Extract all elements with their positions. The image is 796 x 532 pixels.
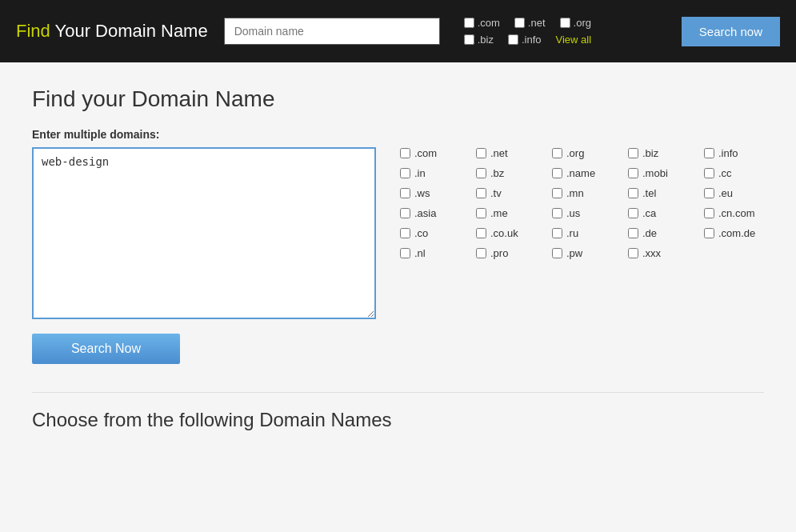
tld-grid: .com.net.org.biz.info.in.bz.name.mobi.cc…	[400, 147, 776, 259]
header-info-label[interactable]: .info	[508, 34, 542, 46]
header-domain-input[interactable]	[224, 18, 440, 45]
header-biz-checkbox[interactable]	[464, 34, 474, 45]
view-all-link[interactable]: View all	[556, 34, 592, 46]
header-title-find: Find	[16, 21, 50, 41]
tld-checkbox-de[interactable]	[628, 228, 638, 238]
tld-label-me[interactable]: .me	[476, 207, 548, 219]
tld-checkbox-ca[interactable]	[628, 208, 638, 218]
form-label: Enter multiple domains:	[32, 128, 764, 141]
tld-label-info[interactable]: .info	[704, 147, 776, 159]
header-checkbox-row-1: .com .net .org	[464, 17, 591, 29]
header-checkbox-row-2: .biz .info View all	[464, 34, 591, 46]
tld-label-cn.com[interactable]: .cn.com	[704, 207, 776, 219]
tld-label-biz[interactable]: .biz	[628, 147, 700, 159]
tld-checkbox-nl[interactable]	[400, 248, 410, 258]
header-net-label[interactable]: .net	[514, 17, 546, 29]
tld-label-in[interactable]: .in	[400, 167, 472, 179]
header-org-label[interactable]: .org	[560, 17, 591, 29]
tld-checkbox-pro[interactable]	[476, 248, 486, 258]
header-com-checkbox[interactable]	[464, 18, 474, 28]
tld-checkbox-mobi[interactable]	[628, 168, 638, 178]
tld-checkbox-tel[interactable]	[628, 188, 638, 198]
tld-checkbox-ws[interactable]	[400, 188, 410, 198]
tld-checkbox-eu[interactable]	[704, 188, 714, 198]
tld-label-com[interactable]: .com	[400, 147, 472, 159]
header-tld-checkboxes: .com .net .org .biz .info View all	[464, 17, 591, 46]
tld-checkbox-net[interactable]	[476, 148, 486, 158]
tld-checkbox-ru[interactable]	[552, 228, 562, 238]
section-title: Choose from the following Domain Names	[32, 392, 764, 431]
header-net-checkbox[interactable]	[514, 18, 525, 28]
domain-textarea[interactable]: web-design	[32, 147, 376, 319]
page-title: Find your Domain Name	[32, 86, 764, 112]
tld-label-pro[interactable]: .pro	[476, 247, 548, 259]
main-content: Find your Domain Name Enter multiple dom…	[0, 62, 796, 532]
tld-checkbox-biz[interactable]	[628, 148, 638, 158]
tld-label-bz[interactable]: .bz	[476, 167, 548, 179]
tld-checkbox-bz[interactable]	[476, 168, 486, 178]
tld-label-cc[interactable]: .cc	[704, 167, 776, 179]
textarea-container: web-design Search Now	[32, 147, 376, 364]
tld-label-xxx[interactable]: .xxx	[628, 247, 700, 259]
tld-label-co.uk[interactable]: .co.uk	[476, 227, 548, 239]
header-org-checkbox[interactable]	[560, 18, 570, 28]
tld-label-tel[interactable]: .tel	[628, 187, 700, 199]
tld-checkbox-pw[interactable]	[552, 248, 562, 258]
tld-checkbox-com.de[interactable]	[704, 228, 714, 238]
header-title-rest: Your Domain Name	[50, 21, 208, 41]
tld-checkbox-com[interactable]	[400, 148, 410, 158]
tld-checkbox-us[interactable]	[552, 208, 562, 218]
tld-checkbox-co.uk[interactable]	[476, 228, 486, 238]
header: Find Your Domain Name .com .net .org .bi…	[0, 0, 796, 62]
tld-checkbox-me[interactable]	[476, 208, 486, 218]
tld-label-tv[interactable]: .tv	[476, 187, 548, 199]
tld-label-org[interactable]: .org	[552, 147, 624, 159]
tld-label-eu[interactable]: .eu	[704, 187, 776, 199]
search-now-button[interactable]: Search Now	[32, 334, 180, 364]
tld-checkbox-name[interactable]	[552, 168, 562, 178]
tld-checkbox-cn.com[interactable]	[704, 208, 714, 218]
tld-checkbox-mn[interactable]	[552, 188, 562, 198]
tld-label-com.de[interactable]: .com.de	[704, 227, 776, 239]
tld-label-nl[interactable]: .nl	[400, 247, 472, 259]
tld-label-ru[interactable]: .ru	[552, 227, 624, 239]
header-title: Find Your Domain Name	[16, 21, 208, 42]
tld-checkbox-cc[interactable]	[704, 168, 714, 178]
header-com-label[interactable]: .com	[464, 17, 500, 29]
tld-checkbox-tv[interactable]	[476, 188, 486, 198]
tld-checkbox-co[interactable]	[400, 228, 410, 238]
tld-label-pw[interactable]: .pw	[552, 247, 624, 259]
tld-label-de[interactable]: .de	[628, 227, 700, 239]
search-form-row: web-design Search Now .com.net.org.biz.i…	[32, 147, 764, 364]
tld-checkbox-org[interactable]	[552, 148, 562, 158]
tld-label-mn[interactable]: .mn	[552, 187, 624, 199]
tld-label-name[interactable]: .name	[552, 167, 624, 179]
tld-checkbox-asia[interactable]	[400, 208, 410, 218]
tld-label-ws[interactable]: .ws	[400, 187, 472, 199]
tld-label-net[interactable]: .net	[476, 147, 548, 159]
tld-checkbox-info[interactable]	[704, 148, 714, 158]
tld-checkbox-in[interactable]	[400, 168, 410, 178]
header-search-button[interactable]: Search now	[682, 17, 780, 46]
tld-label-us[interactable]: .us	[552, 207, 624, 219]
tld-label-asia[interactable]: .asia	[400, 207, 472, 219]
header-info-checkbox[interactable]	[508, 34, 518, 45]
tld-checkbox-xxx[interactable]	[628, 248, 638, 258]
header-biz-label[interactable]: .biz	[464, 34, 494, 46]
tld-label-mobi[interactable]: .mobi	[628, 167, 700, 179]
tld-label-ca[interactable]: .ca	[628, 207, 700, 219]
tld-label-co[interactable]: .co	[400, 227, 472, 239]
